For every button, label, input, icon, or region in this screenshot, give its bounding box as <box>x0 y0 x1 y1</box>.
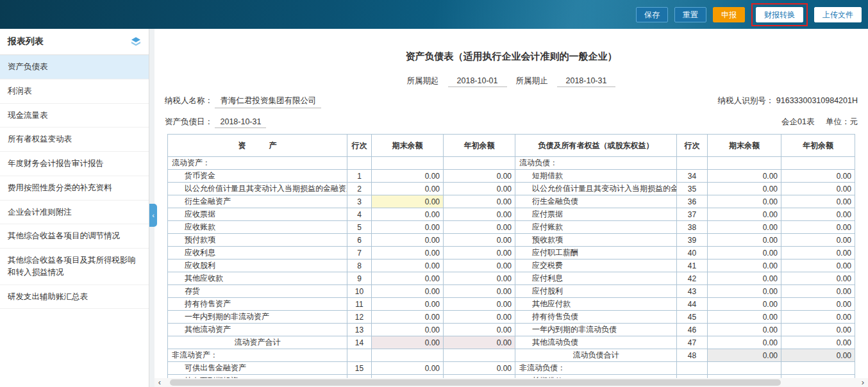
sidebar-item[interactable]: 其他综合收益各项目的调节情况 <box>0 224 149 249</box>
financial-report-convert-button[interactable]: 财报转换 <box>756 7 803 22</box>
account-label-cell: 应收账款 <box>168 221 347 234</box>
amount-cell[interactable]: 0.00 <box>708 259 781 272</box>
amount-cell[interactable]: 0.00 <box>372 336 444 349</box>
amount-cell[interactable]: 0.00 <box>708 324 781 336</box>
amount-cell[interactable]: 0.00 <box>708 272 781 285</box>
amount-cell[interactable]: 0.00 <box>781 336 855 349</box>
amount-cell[interactable]: 0.00 <box>708 234 781 247</box>
column-header: 期末余额 <box>372 135 444 157</box>
amount-cell[interactable]: 0.00 <box>372 170 444 183</box>
amount-cell[interactable]: 0.00 <box>372 272 444 285</box>
amount-cell[interactable]: 0.00 <box>781 208 855 221</box>
amount-cell[interactable]: 0.00 <box>372 259 444 272</box>
account-label-cell: 存货 <box>168 285 347 298</box>
line-number-cell: 2 <box>347 183 372 195</box>
amount-cell[interactable]: 0.00 <box>372 183 444 195</box>
amount-cell[interactable]: 0.00 <box>372 324 444 336</box>
period-start-value[interactable]: 2018-10-01 <box>448 76 507 87</box>
amount-cell[interactable]: 0.00 <box>444 170 515 183</box>
scrollbar-track[interactable] <box>165 378 858 387</box>
amount-cell[interactable]: 0.00 <box>444 247 515 259</box>
amount-cell[interactable]: 0.00 <box>781 170 855 183</box>
line-number-cell <box>677 157 708 170</box>
reset-button[interactable]: 重置 <box>674 7 706 22</box>
amount-cell[interactable]: 0.00 <box>781 349 855 362</box>
amount-cell[interactable]: 0.00 <box>708 285 781 298</box>
amount-cell[interactable]: 0.00 <box>708 349 781 362</box>
scroll-right-arrow[interactable]: › <box>858 378 868 387</box>
amount-cell[interactable]: 0.00 <box>708 208 781 221</box>
amount-cell[interactable]: 0.00 <box>372 247 444 259</box>
amount-cell[interactable]: 0.00 <box>444 183 515 195</box>
amount-cell[interactable]: 0.00 <box>444 272 515 285</box>
amount-cell[interactable]: 0.00 <box>372 298 444 311</box>
amount-cell[interactable]: 0.00 <box>781 298 855 311</box>
amount-cell[interactable]: 0.00 <box>781 285 855 298</box>
sidebar-item[interactable]: 费用按照性质分类的补充资料 <box>0 176 149 201</box>
annotation-highlight-box: 财报转换 <box>751 3 808 26</box>
account-label-cell: 应付账款 <box>515 221 677 234</box>
sidebar-item[interactable]: 年度财务会计报告审计报告 <box>0 152 149 176</box>
amount-cell[interactable]: 0.00 <box>444 362 515 375</box>
amount-cell[interactable]: 0.00 <box>444 234 515 247</box>
amount-cell[interactable]: 0.00 <box>444 324 515 336</box>
sidebar-item[interactable]: 资产负债表 <box>0 55 149 79</box>
table-row: 应收股利80.000.00应交税费410.000.00 <box>168 259 855 272</box>
sidebar-collapse-handle[interactable]: ‹ <box>149 204 157 227</box>
amount-cell[interactable]: 0.00 <box>444 336 515 349</box>
layers-icon[interactable] <box>131 37 141 47</box>
taxpayer-name-label: 纳税人名称： <box>165 96 213 105</box>
amount-cell[interactable]: 0.00 <box>444 259 515 272</box>
amount-cell[interactable]: 0.00 <box>372 362 444 375</box>
amount-cell[interactable]: 0.00 <box>372 234 444 247</box>
amount-cell[interactable]: 0.00 <box>781 195 855 208</box>
period-end-value[interactable]: 2018-10-31 <box>557 76 616 87</box>
amount-cell[interactable]: 0.00 <box>708 170 781 183</box>
upload-file-button[interactable]: 上传文件 <box>814 7 862 22</box>
amount-cell[interactable]: 0.00 <box>781 324 855 336</box>
amount-cell[interactable]: 0.00 <box>372 208 444 221</box>
amount-cell[interactable]: 0.00 <box>708 336 781 349</box>
sidebar-item[interactable]: 研发支出辅助账汇总表 <box>0 285 149 309</box>
amount-cell[interactable]: 0.00 <box>708 221 781 234</box>
amount-cell[interactable]: 0.00 <box>444 285 515 298</box>
amount-cell[interactable]: 0.00 <box>444 298 515 311</box>
amount-cell[interactable]: 0.00 <box>781 247 855 259</box>
amount-cell[interactable]: 0.00 <box>372 221 444 234</box>
amount-cell[interactable]: 0.00 <box>781 311 855 324</box>
line-number-cell: 14 <box>347 336 372 349</box>
taxpayer-name-value[interactable]: 青海仁君投资集团有限公司 <box>215 95 321 108</box>
amount-cell[interactable]: 0.00 <box>781 221 855 234</box>
sidebar-item[interactable]: 其他综合收益各项目及其所得税影响和转入损益情况 <box>0 249 149 285</box>
account-label-cell: 其他流动负债 <box>515 336 677 349</box>
table-row: 应收利息70.000.00应付职工薪酬400.000.00 <box>168 247 855 259</box>
amount-cell[interactable]: 0.00 <box>372 285 444 298</box>
amount-cell[interactable]: 0.00 <box>708 247 781 259</box>
balance-date-value[interactable]: 2018-10-31 <box>215 117 266 128</box>
sidebar-item[interactable]: 企业会计准则附注 <box>0 201 149 225</box>
save-button[interactable]: 保存 <box>636 7 668 22</box>
sidebar-item[interactable]: 所有者权益变动表 <box>0 128 149 152</box>
amount-cell[interactable]: 0.00 <box>708 183 781 195</box>
sidebar-item[interactable]: 利润表 <box>0 79 149 104</box>
amount-cell[interactable]: 0.00 <box>444 221 515 234</box>
amount-cell[interactable]: 0.00 <box>781 183 855 195</box>
amount-cell[interactable]: 0.00 <box>708 298 781 311</box>
amount-cell[interactable]: 0.00 <box>708 195 781 208</box>
amount-cell[interactable]: 0.00 <box>444 311 515 324</box>
amount-cell[interactable]: 0.00 <box>781 272 855 285</box>
amount-cell[interactable]: 0.00 <box>372 311 444 324</box>
scrollbar-thumb[interactable] <box>170 379 781 386</box>
amount-cell[interactable]: 0.00 <box>444 195 515 208</box>
topbar: 保存 重置 申报 财报转换 上传文件 <box>0 0 868 29</box>
scroll-left-arrow[interactable]: ‹ <box>154 378 165 387</box>
sidebar-item[interactable]: 现金流量表 <box>0 104 149 128</box>
table-row: 货币资金10.000.00短期借款340.000.00 <box>168 170 855 183</box>
line-number-cell: 47 <box>677 336 708 349</box>
amount-cell[interactable]: 0.00 <box>781 259 855 272</box>
amount-cell[interactable]: 0.00 <box>708 311 781 324</box>
amount-cell[interactable]: 0.00 <box>781 234 855 247</box>
amount-cell[interactable]: 0.00 <box>372 195 444 208</box>
declare-button[interactable]: 申报 <box>713 7 745 22</box>
amount-cell[interactable]: 0.00 <box>444 208 515 221</box>
